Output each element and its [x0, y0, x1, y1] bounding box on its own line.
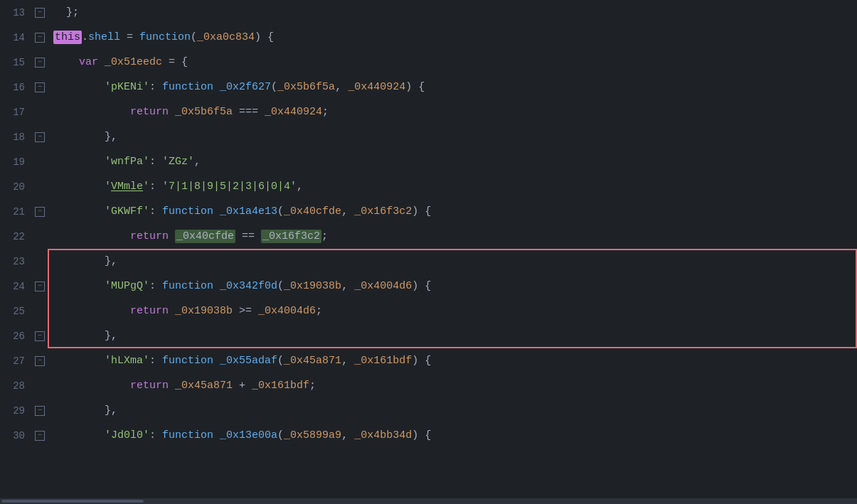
fold-17: [32, 107, 48, 117]
line-content-21: 'GKWFf': function _0x1a4e13(_0x40cfde, _…: [48, 199, 857, 224]
code-line-30: 30 − 'Jd0l0': function _0x13e00a(_0x5899…: [0, 423, 857, 448]
code-line-24: 24 − 'MUPgQ': function _0x342f0d(_0x1903…: [0, 274, 857, 299]
line-number-25: 25: [0, 306, 32, 317]
code-line-14: 14 − this.shell = function(_0xa0c834) {: [0, 25, 857, 50]
line-number-16: 16: [0, 82, 32, 93]
code-line-20: 20 'VMmle': '7|1|8|9|5|2|3|6|0|4',: [0, 174, 857, 199]
line-content-13: };: [48, 0, 857, 25]
line-number-20: 20: [0, 181, 32, 193]
line-number-13: 13: [0, 7, 32, 18]
code-line-15: 15 − var _0x51eedc = {: [0, 50, 857, 75]
code-line-13: 13 − };: [0, 0, 857, 25]
line-number-17: 17: [0, 107, 32, 118]
code-editor: 13 − }; 14 − this.shell = function(_0xa0…: [0, 0, 857, 504]
line-number-27: 27: [0, 355, 32, 367]
fold-21[interactable]: −: [32, 207, 48, 217]
line-content-25: return _0x19038b >= _0x4004d6;: [48, 299, 857, 323]
fold-19: [32, 157, 48, 167]
code-line-21: 21 − 'GKWFf': function _0x1a4e13(_0x40cf…: [0, 199, 857, 224]
line-number-28: 28: [0, 380, 32, 392]
line-content-28: return _0x45a871 + _0x161bdf;: [48, 373, 857, 398]
line-content-29: },: [48, 398, 857, 423]
fold-15[interactable]: −: [32, 58, 48, 68]
code-line-29: 29 − },: [0, 398, 857, 423]
fold-30[interactable]: −: [32, 431, 48, 441]
line-content-27: 'hLXma': function _0x55adaf(_0x45a871, _…: [48, 348, 857, 373]
fold-20: [32, 182, 48, 192]
code-line-16: 16 − 'pKENi': function _0x2f627(_0x5b6f5…: [0, 75, 857, 100]
line-content-20: 'VMmle': '7|1|8|9|5|2|3|6|0|4',: [48, 174, 857, 199]
fold-14[interactable]: −: [32, 33, 48, 43]
line-content-18: },: [48, 124, 857, 149]
line-number-22: 22: [0, 231, 32, 242]
line-number-30: 30: [0, 430, 32, 441]
code-line-26: 26 − },: [0, 323, 857, 348]
code-line-28: 28 return _0x45a871 + _0x161bdf;: [0, 373, 857, 398]
line-content-22: return _0x40cfde == _0x16f3c2;: [48, 224, 857, 249]
line-number-15: 15: [0, 57, 32, 68]
line-content-15: var _0x51eedc = {: [48, 50, 857, 75]
line-content-24: 'MUPgQ': function _0x342f0d(_0x19038b, _…: [48, 274, 857, 299]
line-number-14: 14: [0, 32, 32, 43]
fold-22: [32, 232, 48, 242]
fold-23: [32, 257, 48, 267]
code-line-18: 18 − },: [0, 124, 857, 149]
line-content-17: return _0x5b6f5a === _0x440924;: [48, 100, 857, 124]
line-number-23: 23: [0, 256, 32, 267]
line-number-26: 26: [0, 331, 32, 342]
code-line-27: 27 − 'hLXma': function _0x55adaf(_0x45a8…: [0, 348, 857, 373]
fold-16[interactable]: −: [32, 82, 48, 92]
line-number-29: 29: [0, 405, 32, 417]
line-number-19: 19: [0, 156, 32, 168]
code-line-23: 23 },: [0, 249, 857, 274]
code-line-19: 19 'wnfPa': 'ZGz',: [0, 149, 857, 174]
line-content-26: },: [48, 323, 857, 348]
code-line-22: 22 return _0x40cfde == _0x16f3c2;: [0, 224, 857, 249]
line-number-18: 18: [0, 132, 32, 143]
horizontal-scrollbar[interactable]: [0, 498, 857, 504]
line-content-23: },: [48, 249, 857, 274]
line-content-16: 'pKENi': function _0x2f627(_0x5b6f5a, _0…: [48, 75, 857, 100]
line-number-21: 21: [0, 206, 32, 218]
scrollbar-thumb[interactable]: [1, 500, 144, 503]
line-number-24: 24: [0, 281, 32, 292]
line-content-30: 'Jd0l0': function _0x13e00a(_0x5899a9, _…: [48, 423, 857, 448]
fold-29[interactable]: −: [32, 406, 48, 416]
fold-28: [32, 381, 48, 391]
line-content-14: this.shell = function(_0xa0c834) {: [48, 25, 857, 50]
code-line-25: 25 return _0x19038b >= _0x4004d6;: [0, 299, 857, 323]
fold-18[interactable]: −: [32, 132, 48, 142]
fold-24[interactable]: −: [32, 282, 48, 291]
fold-27[interactable]: −: [32, 356, 48, 366]
code-line-17: 17 return _0x5b6f5a === _0x440924;: [0, 100, 857, 124]
fold-13[interactable]: −: [32, 8, 48, 18]
fold-26[interactable]: −: [32, 331, 48, 341]
line-content-19: 'wnfPa': 'ZGz',: [48, 149, 857, 174]
fold-25: [32, 306, 48, 316]
